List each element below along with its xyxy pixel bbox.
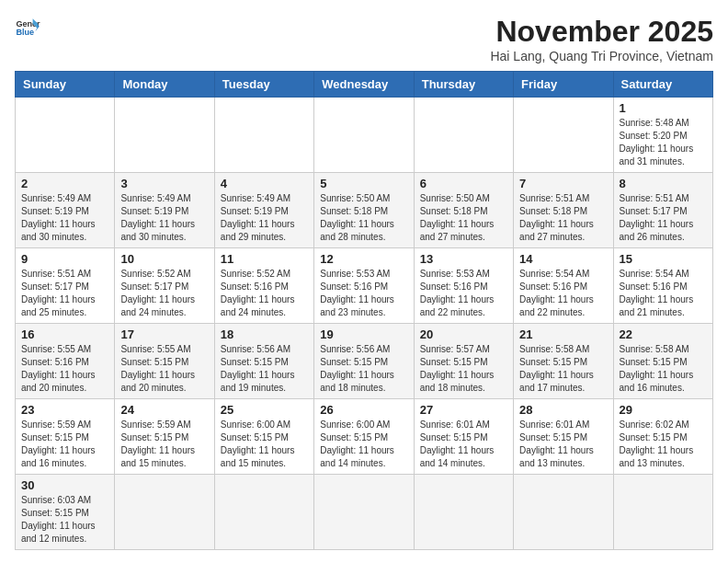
calendar-cell	[414, 98, 513, 173]
calendar-cell	[314, 475, 414, 550]
day-info: Sunrise: 5:52 AM Sunset: 5:17 PM Dayligh…	[120, 268, 208, 319]
day-number: 22	[620, 327, 707, 341]
calendar-cell: 2Sunrise: 5:49 AM Sunset: 5:19 PM Daylig…	[16, 173, 115, 248]
day-number: 12	[320, 252, 407, 266]
day-number: 9	[21, 252, 108, 266]
day-number: 20	[420, 327, 507, 341]
day-info: Sunrise: 5:56 AM Sunset: 5:15 PM Dayligh…	[320, 343, 407, 395]
day-number: 7	[519, 177, 607, 190]
calendar-cell: 10Sunrise: 5:52 AM Sunset: 5:17 PM Dayli…	[115, 248, 214, 324]
calendar-cell: 3Sunrise: 5:49 AM Sunset: 5:19 PM Daylig…	[115, 173, 214, 248]
calendar-cell: 7Sunrise: 5:51 AM Sunset: 5:18 PM Daylig…	[514, 173, 613, 248]
weekday-header-row: SundayMondayTuesdayWednesdayThursdayFrid…	[16, 72, 713, 98]
day-number: 25	[221, 403, 308, 417]
calendar-cell	[16, 98, 115, 173]
title-block: November 2025 Hai Lang, Quang Tri Provin…	[490, 15, 713, 63]
day-number: 24	[120, 403, 208, 417]
page-header: General Blue November 2025 Hai Lang, Qua…	[15, 15, 713, 63]
day-info: Sunrise: 5:53 AM Sunset: 5:16 PM Dayligh…	[420, 268, 507, 319]
calendar-cell: 6Sunrise: 5:50 AM Sunset: 5:18 PM Daylig…	[414, 173, 513, 248]
weekday-header-thursday: Thursday	[414, 72, 513, 98]
calendar-cell: 18Sunrise: 5:56 AM Sunset: 5:15 PM Dayli…	[214, 324, 313, 399]
day-number: 1	[620, 101, 707, 115]
day-info: Sunrise: 5:54 AM Sunset: 5:16 PM Dayligh…	[519, 268, 607, 319]
day-info: Sunrise: 5:50 AM Sunset: 5:18 PM Dayligh…	[420, 192, 507, 244]
svg-text:Blue: Blue	[16, 28, 34, 37]
day-number: 11	[221, 252, 308, 266]
day-number: 21	[519, 327, 607, 341]
day-info: Sunrise: 6:00 AM Sunset: 5:15 PM Dayligh…	[320, 419, 407, 470]
day-number: 23	[21, 403, 108, 417]
calendar-cell: 4Sunrise: 5:49 AM Sunset: 5:19 PM Daylig…	[214, 173, 313, 248]
calendar-cell: 13Sunrise: 5:53 AM Sunset: 5:16 PM Dayli…	[414, 248, 513, 324]
day-number: 2	[21, 177, 108, 190]
calendar-cell: 27Sunrise: 6:01 AM Sunset: 5:15 PM Dayli…	[414, 399, 513, 475]
weekday-header-friday: Friday	[514, 72, 613, 98]
calendar-week-row: 23Sunrise: 5:59 AM Sunset: 5:15 PM Dayli…	[16, 399, 713, 475]
calendar-cell: 11Sunrise: 5:52 AM Sunset: 5:16 PM Dayli…	[214, 248, 313, 324]
calendar-cell: 29Sunrise: 6:02 AM Sunset: 5:15 PM Dayli…	[613, 399, 712, 475]
calendar-cell: 24Sunrise: 5:59 AM Sunset: 5:15 PM Dayli…	[115, 399, 214, 475]
day-info: Sunrise: 5:50 AM Sunset: 5:18 PM Dayligh…	[320, 192, 407, 244]
day-info: Sunrise: 5:58 AM Sunset: 5:15 PM Dayligh…	[519, 343, 607, 395]
calendar-cell: 19Sunrise: 5:56 AM Sunset: 5:15 PM Dayli…	[314, 324, 414, 399]
weekday-header-wednesday: Wednesday	[314, 72, 414, 98]
day-info: Sunrise: 5:53 AM Sunset: 5:16 PM Dayligh…	[320, 268, 407, 319]
day-number: 28	[519, 403, 607, 417]
day-number: 6	[420, 177, 507, 190]
day-info: Sunrise: 5:56 AM Sunset: 5:15 PM Dayligh…	[221, 343, 308, 395]
weekday-header-tuesday: Tuesday	[214, 72, 313, 98]
calendar-week-row: 2Sunrise: 5:49 AM Sunset: 5:19 PM Daylig…	[16, 173, 713, 248]
day-number: 27	[420, 403, 507, 417]
month-title: November 2025	[490, 15, 713, 49]
day-info: Sunrise: 5:48 AM Sunset: 5:20 PM Dayligh…	[620, 117, 707, 168]
day-number: 5	[320, 177, 407, 190]
calendar-cell: 9Sunrise: 5:51 AM Sunset: 5:17 PM Daylig…	[16, 248, 115, 324]
calendar-table: SundayMondayTuesdayWednesdayThursdayFrid…	[15, 71, 713, 550]
day-info: Sunrise: 6:01 AM Sunset: 5:15 PM Dayligh…	[519, 419, 607, 470]
weekday-header-sunday: Sunday	[16, 72, 115, 98]
logo: General Blue	[15, 15, 40, 40]
calendar-cell	[314, 98, 414, 173]
day-info: Sunrise: 5:54 AM Sunset: 5:16 PM Dayligh…	[620, 268, 707, 319]
day-number: 10	[120, 252, 208, 266]
day-info: Sunrise: 5:59 AM Sunset: 5:15 PM Dayligh…	[21, 419, 108, 470]
day-info: Sunrise: 5:51 AM Sunset: 5:18 PM Dayligh…	[519, 192, 607, 244]
day-info: Sunrise: 5:52 AM Sunset: 5:16 PM Dayligh…	[221, 268, 308, 319]
day-info: Sunrise: 6:02 AM Sunset: 5:15 PM Dayligh…	[620, 419, 707, 470]
calendar-week-row: 30Sunrise: 6:03 AM Sunset: 5:15 PM Dayli…	[16, 475, 713, 550]
calendar-cell: 21Sunrise: 5:58 AM Sunset: 5:15 PM Dayli…	[514, 324, 613, 399]
weekday-header-monday: Monday	[115, 72, 214, 98]
day-info: Sunrise: 5:59 AM Sunset: 5:15 PM Dayligh…	[120, 419, 208, 470]
day-number: 26	[320, 403, 407, 417]
calendar-cell	[115, 98, 214, 173]
day-info: Sunrise: 5:49 AM Sunset: 5:19 PM Dayligh…	[120, 192, 208, 244]
calendar-cell	[115, 475, 214, 550]
day-number: 18	[221, 327, 308, 341]
calendar-cell	[214, 98, 313, 173]
day-number: 19	[320, 327, 407, 341]
day-info: Sunrise: 6:01 AM Sunset: 5:15 PM Dayligh…	[420, 419, 507, 470]
calendar-cell	[613, 475, 712, 550]
calendar-cell: 30Sunrise: 6:03 AM Sunset: 5:15 PM Dayli…	[16, 475, 115, 550]
day-info: Sunrise: 6:03 AM Sunset: 5:15 PM Dayligh…	[21, 494, 108, 546]
calendar-week-row: 9Sunrise: 5:51 AM Sunset: 5:17 PM Daylig…	[16, 248, 713, 324]
calendar-cell	[214, 475, 313, 550]
day-info: Sunrise: 5:51 AM Sunset: 5:17 PM Dayligh…	[21, 268, 108, 319]
day-number: 30	[21, 478, 108, 492]
logo-icon: General Blue	[15, 15, 40, 40]
calendar-cell: 12Sunrise: 5:53 AM Sunset: 5:16 PM Dayli…	[314, 248, 414, 324]
day-number: 3	[120, 177, 208, 190]
day-number: 16	[21, 327, 108, 341]
calendar-week-row: 16Sunrise: 5:55 AM Sunset: 5:16 PM Dayli…	[16, 324, 713, 399]
day-info: Sunrise: 5:49 AM Sunset: 5:19 PM Dayligh…	[221, 192, 308, 244]
calendar-cell: 5Sunrise: 5:50 AM Sunset: 5:18 PM Daylig…	[314, 173, 414, 248]
day-info: Sunrise: 5:55 AM Sunset: 5:16 PM Dayligh…	[21, 343, 108, 395]
calendar-cell: 14Sunrise: 5:54 AM Sunset: 5:16 PM Dayli…	[514, 248, 613, 324]
calendar-cell: 8Sunrise: 5:51 AM Sunset: 5:17 PM Daylig…	[613, 173, 712, 248]
day-number: 15	[620, 252, 707, 266]
day-number: 17	[120, 327, 208, 341]
weekday-header-saturday: Saturday	[613, 72, 712, 98]
day-number: 8	[620, 177, 707, 190]
calendar-cell: 28Sunrise: 6:01 AM Sunset: 5:15 PM Dayli…	[514, 399, 613, 475]
